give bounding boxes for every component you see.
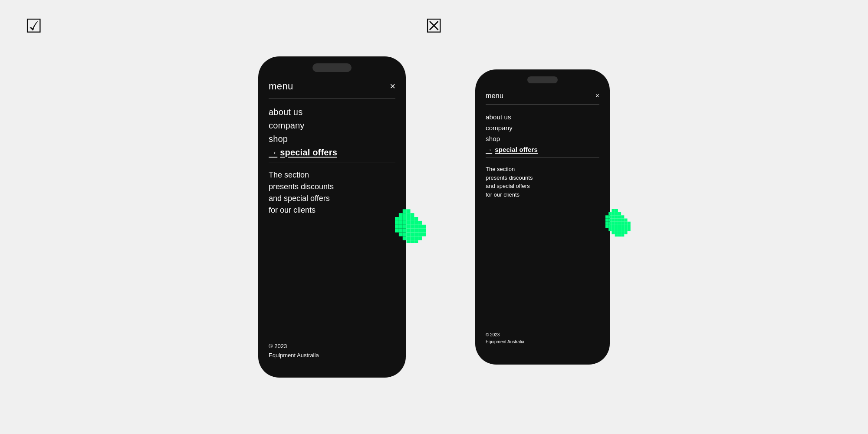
svg-rect-74	[624, 218, 627, 221]
svg-rect-61	[615, 218, 618, 221]
svg-rect-72	[618, 222, 621, 225]
phone-left: menu × about us company shop → special o…	[258, 56, 406, 378]
nav-item-about-right[interactable]: about us	[486, 112, 599, 122]
nav-list-left: about us company shop → special offers	[269, 105, 395, 162]
svg-rect-94	[618, 231, 621, 234]
svg-rect-45	[414, 236, 418, 240]
nav-item-shop-right[interactable]: shop	[486, 133, 599, 144]
svg-rect-75	[624, 222, 627, 225]
copyright-left: © 2023Equipment Australia	[269, 342, 395, 360]
nav-item-company-right[interactable]: company	[486, 122, 599, 133]
arrow-icon-right: →	[486, 146, 492, 153]
svg-rect-17	[395, 221, 399, 225]
phone-notch-right	[527, 76, 558, 83]
svg-rect-53	[608, 218, 612, 221]
svg-rect-19	[399, 225, 403, 229]
svg-rect-33	[422, 225, 426, 229]
svg-rect-13	[411, 217, 414, 221]
svg-rect-71	[615, 222, 618, 225]
svg-rect-9	[407, 213, 411, 217]
svg-rect-64	[618, 218, 621, 221]
description-left: The sectionpresents discountsand special…	[269, 169, 395, 342]
svg-rect-43	[407, 236, 411, 240]
svg-rect-27	[399, 229, 403, 233]
special-label-right: special offers	[495, 146, 538, 153]
svg-rect-12	[411, 213, 414, 217]
menu-title-left: menu	[269, 81, 293, 92]
svg-rect-8	[407, 209, 411, 213]
svg-rect-76	[605, 225, 608, 228]
svg-rect-29	[407, 229, 411, 233]
svg-rect-54	[612, 209, 615, 212]
nav-item-about-left[interactable]: about us	[269, 105, 395, 119]
svg-rect-95	[621, 231, 624, 234]
svg-rect-56	[612, 215, 615, 218]
svg-rect-50	[605, 215, 608, 218]
menu-header-right: menu ×	[486, 92, 599, 105]
svg-rect-60	[615, 215, 618, 218]
svg-rect-6	[403, 217, 407, 221]
svg-rect-14	[411, 221, 414, 225]
svg-rect-52	[608, 215, 612, 218]
svg-rect-16	[414, 221, 418, 225]
svg-rect-91	[628, 228, 631, 231]
svg-rect-77	[608, 225, 612, 228]
svg-rect-34	[422, 229, 426, 233]
svg-rect-20	[403, 225, 407, 229]
svg-rect-78	[612, 225, 615, 228]
cursor-left	[395, 208, 430, 245]
phone-notch-left	[312, 63, 352, 72]
svg-rect-68	[605, 222, 608, 225]
svg-rect-39	[414, 233, 418, 237]
svg-rect-69	[608, 222, 612, 225]
svg-rect-80	[618, 225, 621, 228]
svg-rect-66	[621, 218, 624, 221]
svg-rect-30	[411, 229, 414, 233]
svg-rect-82	[624, 225, 627, 228]
svg-rect-51	[608, 212, 612, 215]
svg-rect-99	[621, 234, 624, 237]
svg-rect-31	[414, 229, 418, 233]
svg-rect-10	[407, 217, 411, 221]
arrow-icon-left: →	[269, 148, 277, 158]
svg-rect-58	[615, 209, 618, 212]
svg-rect-48	[411, 240, 414, 243]
svg-rect-83	[628, 222, 631, 225]
svg-rect-1	[399, 213, 403, 217]
svg-rect-85	[608, 228, 612, 231]
copyright-right: © 2023Equipment Australia	[486, 332, 599, 345]
svg-rect-24	[418, 221, 422, 225]
description-right: The sectionpresents discountsand special…	[486, 165, 599, 332]
svg-rect-88	[618, 228, 621, 231]
svg-rect-7	[403, 221, 407, 225]
nav-item-shop-left[interactable]: shop	[269, 132, 395, 146]
svg-rect-57	[612, 218, 615, 221]
svg-rect-98	[618, 234, 621, 237]
svg-rect-49	[414, 240, 418, 243]
svg-rect-79	[615, 225, 618, 228]
close-button-left[interactable]: ×	[390, 82, 395, 91]
svg-rect-38	[411, 233, 414, 237]
close-button-right[interactable]: ×	[595, 92, 599, 99]
svg-rect-70	[612, 222, 615, 225]
svg-rect-2	[399, 217, 403, 221]
svg-rect-22	[411, 225, 414, 229]
nav-item-special-left[interactable]: → special offers	[269, 146, 395, 162]
svg-rect-44	[411, 236, 414, 240]
svg-rect-46	[418, 236, 422, 240]
svg-rect-59	[615, 212, 618, 215]
svg-rect-89	[621, 228, 624, 231]
svg-rect-47	[407, 240, 411, 243]
svg-rect-63	[618, 215, 621, 218]
nav-item-special-right[interactable]: → special offers	[486, 144, 599, 158]
state-icon-check: ☑	[25, 16, 42, 36]
nav-item-company-left[interactable]: company	[269, 119, 395, 132]
svg-rect-26	[395, 229, 399, 233]
svg-rect-81	[621, 225, 624, 228]
svg-rect-35	[399, 233, 403, 237]
svg-rect-18	[395, 225, 399, 229]
svg-rect-21	[407, 225, 411, 229]
svg-rect-0	[395, 217, 399, 221]
special-label-left: special offers	[280, 148, 337, 158]
svg-rect-92	[612, 231, 615, 234]
